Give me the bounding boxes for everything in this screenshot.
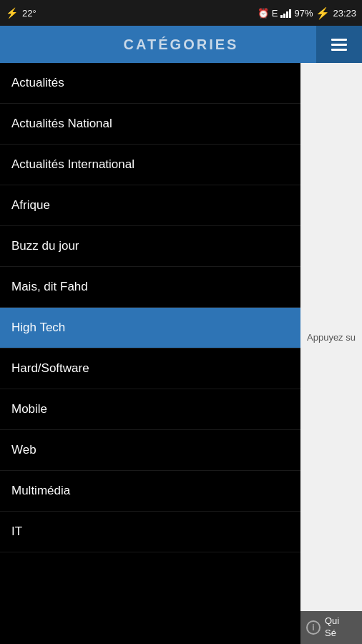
right-panel-bottom: i QuiSé [300,611,362,644]
status-bar: ⚡ 22° ⏰ E 97% ⚡ 23:23 [0,0,362,26]
nav-item-buzz-du-jour[interactable]: Buzz du jour [0,226,300,267]
signal-bar-2 [283,14,285,18]
nav-item-actualites[interactable]: Actualités [0,63,300,104]
nav-item-afrique[interactable]: Afrique [0,185,300,226]
temperature: 22° [22,8,36,19]
header-title: CATÉGORIES [124,36,239,53]
hamburger-line-1 [331,39,347,41]
main-layout: ActualitésActualités NationalActualités … [0,63,362,644]
status-left: ⚡ 22° [6,7,36,19]
battery-percent: 97% [294,8,313,19]
right-panel-content: Appuyez su [300,63,362,611]
qui-text: QuiSé [325,615,339,640]
nav-item-hard-software[interactable]: Hard/Software [0,348,300,389]
appuyez-text: Appuyez su [307,332,356,343]
time: 23:23 [333,8,356,19]
signal-bar-1 [280,15,283,18]
nav-item-high-tech[interactable]: High Tech [0,308,300,348]
nav-item-mais-dit-fahd[interactable]: Mais, dit Fahd [0,267,300,308]
signal-bar-3 [286,11,288,18]
nav-item-actualites-international[interactable]: Actualités International [0,145,300,185]
signal-bar-4 [289,9,291,18]
nav-item-it[interactable]: IT [0,512,300,552]
status-right: ⏰ E 97% ⚡ 23:23 [258,6,356,20]
right-panel: Appuyez su i QuiSé [300,63,362,644]
nav-menu: ActualitésActualités NationalActualités … [0,63,300,644]
nav-item-web[interactable]: Web [0,430,300,471]
info-icon: i [306,620,321,635]
nav-item-mobile[interactable]: Mobile [0,389,300,430]
menu-button[interactable] [316,26,362,63]
signal-bars [280,8,291,18]
header: CATÉGORIES [0,26,362,63]
usb-icon: ⚡ [6,7,18,19]
nav-item-multimedia[interactable]: Multimédia [0,471,300,512]
hamburger-icon [331,39,347,51]
network-type: E [272,8,278,19]
alarm-icon: ⏰ [258,8,269,19]
hamburger-line-2 [331,44,347,46]
hamburger-line-3 [331,49,347,51]
charging-icon: ⚡ [315,6,330,20]
nav-item-actualites-national[interactable]: Actualités National [0,104,300,145]
